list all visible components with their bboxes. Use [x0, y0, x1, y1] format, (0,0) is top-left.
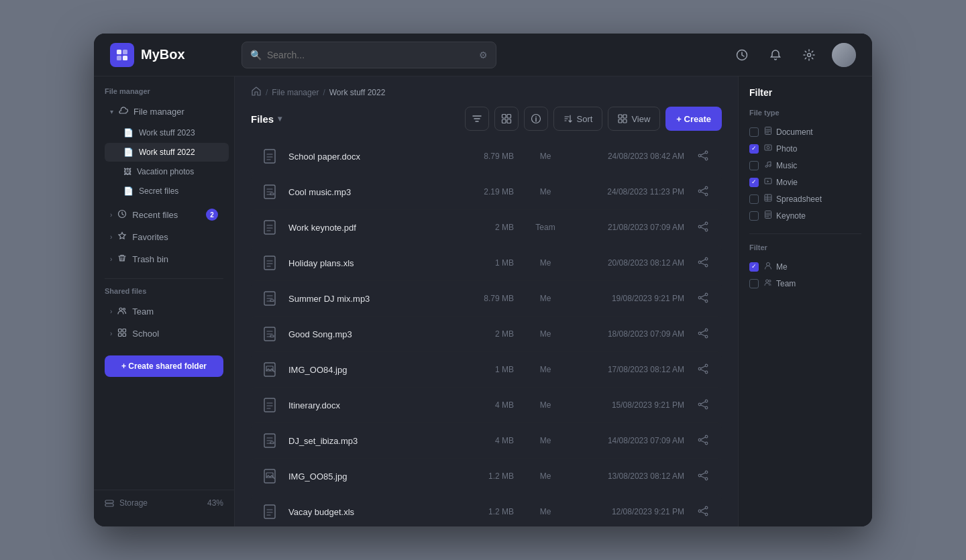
file-row[interactable]: Vacay budget.xls 1.2 MB Me 12/08/2023 9:…	[251, 494, 722, 526]
sidebar-item-recent-files[interactable]: › Recent files 2	[99, 204, 229, 225]
file-size: 8.79 MB	[460, 294, 514, 303]
sort-button[interactable]: Sort	[553, 107, 603, 131]
file-name: Holiday plans.xls	[288, 258, 452, 268]
file-row[interactable]: Holiday plans.xls 1 MB Me 20/08/2023 08:…	[251, 245, 722, 280]
file-share-btn[interactable]	[692, 435, 714, 447]
file-row[interactable]: Good Song.mp3 2 MB Me 18/08/2023 07:09 A…	[251, 316, 722, 351]
svg-rect-11	[119, 333, 122, 337]
file-row[interactable]: Itinerary.docx 4 MB Me 15/08/2023 9:21 P…	[251, 387, 722, 423]
home-icon[interactable]	[251, 86, 262, 99]
create-button[interactable]: + Create	[665, 107, 722, 131]
filter-checkbox[interactable]	[749, 211, 759, 221]
file-share-btn[interactable]	[692, 186, 714, 199]
file-row[interactable]: Summer DJ mix.mp3 8.79 MB Me 19/08/2023 …	[251, 280, 722, 316]
filter-checkbox[interactable]	[749, 194, 759, 204]
file-row[interactable]: IMG_OO85.jpg 1.2 MB Me 13/08/2023 08:12 …	[251, 458, 722, 494]
main-layout: File manager ▾ File manager 📄 Work stuff…	[94, 76, 872, 526]
file-share-btn[interactable]	[692, 328, 714, 341]
filter-icon-btn[interactable]	[465, 107, 489, 131]
filter-owner-team[interactable]: Team	[749, 275, 861, 292]
filter-type-keynote[interactable]: Keynote	[749, 207, 861, 224]
file-row[interactable]: IMG_OO84.jpg 1 MB Me 17/08/2023 08:12 AM	[251, 351, 722, 387]
sidebar-item-work-2023[interactable]: 📄 Work stuff 2023	[105, 123, 229, 142]
sidebar-item-team[interactable]: › Team	[99, 301, 229, 322]
info-icon-btn[interactable]	[524, 107, 548, 131]
owner-icon	[764, 278, 772, 288]
search-bar[interactable]: 🔍 ⚙	[241, 42, 496, 68]
cloud-icon	[119, 106, 128, 117]
file-share-btn[interactable]	[692, 150, 714, 163]
file-size: 1 MB	[460, 365, 514, 374]
filter-checkbox[interactable]	[749, 127, 759, 137]
settings-icon-btn[interactable]	[798, 44, 820, 66]
file-share-btn[interactable]	[692, 506, 714, 518]
filter-type-photo[interactable]: Photo	[749, 140, 861, 157]
filter-owner-checkbox[interactable]	[749, 262, 759, 272]
filter-type-music[interactable]: Music	[749, 157, 861, 174]
chevron-down-icon: ▾	[278, 114, 282, 123]
grid-view-btn[interactable]	[494, 107, 519, 131]
file-owner: Me	[522, 400, 569, 410]
file-share-btn[interactable]	[692, 257, 714, 270]
svg-rect-66	[264, 469, 275, 483]
view-button[interactable]: View	[608, 107, 660, 131]
filter-checkbox[interactable]	[749, 144, 759, 154]
file-row[interactable]: Work keynote.pdf 2 MB Team 21/08/2023 07…	[251, 209, 722, 245]
breadcrumb-path1[interactable]: File manager	[272, 88, 319, 97]
user-avatar[interactable]	[832, 43, 856, 67]
sidebar-item-vacation-photos[interactable]: 🖼 Vacation photos	[105, 162, 229, 181]
file-share-btn[interactable]	[692, 221, 714, 234]
sidebar-item-school[interactable]: › School	[99, 323, 229, 344]
owner-icon	[764, 262, 772, 272]
breadcrumb-sep1: /	[266, 88, 268, 97]
breadcrumb: / File manager / Work stuff 2022	[251, 86, 722, 99]
svg-rect-25	[264, 150, 275, 163]
search-input[interactable]	[267, 50, 474, 60]
filter-owner-label: Filter	[749, 243, 861, 251]
sidebar-item-file-manager[interactable]: ▾ File manager	[99, 101, 229, 122]
bell-icon-btn[interactable]	[765, 44, 786, 66]
file-icon	[259, 501, 280, 522]
filter-owner-checkbox[interactable]	[749, 279, 759, 288]
filter-type-movie[interactable]: Movie	[749, 174, 861, 190]
svg-point-8	[123, 309, 125, 311]
file-share-btn[interactable]	[692, 470, 714, 483]
file-name: School paper.docx	[288, 152, 452, 162]
file-date: 24/08/2023 08:42 AM	[577, 152, 684, 161]
create-shared-folder-button[interactable]: + Create shared folder	[105, 355, 223, 377]
file-share-btn[interactable]	[692, 363, 714, 376]
file-row[interactable]: DJ_set_ibiza.mp3 4 MB Me 14/08/2023 07:0…	[251, 423, 722, 458]
file-row[interactable]: School paper.docx 8.79 MB Me 24/08/2023 …	[251, 139, 722, 174]
filter-type-spreadsheet[interactable]: Spreadsheet	[749, 190, 861, 207]
filter-checkbox[interactable]	[749, 178, 759, 187]
filter-item-label: Document	[764, 127, 813, 137]
sidebar-file-manager-sub: 📄 Work stuff 2023 📄 Work stuff 2022 🖼 Va…	[94, 123, 234, 201]
svg-point-78	[765, 166, 767, 168]
sidebar-divider	[105, 278, 223, 279]
sidebar-item-work-2022[interactable]: 📄 Work stuff 2022	[105, 143, 229, 162]
sidebar-item-trash-bin[interactable]: › Trash bin	[99, 249, 229, 270]
recent-badge: 2	[206, 209, 218, 221]
file-share-btn[interactable]	[692, 399, 714, 412]
file-size: 1 MB	[460, 258, 514, 268]
svg-rect-62	[270, 442, 274, 444]
svg-point-85	[769, 280, 771, 282]
svg-rect-76	[765, 145, 771, 150]
sidebar-item-secret-files[interactable]: 📄 Secret files	[105, 182, 229, 201]
doc-icon: 📄	[123, 148, 133, 157]
filter-checkbox[interactable]	[749, 161, 759, 170]
file-icon	[259, 288, 280, 309]
filter-owner-me[interactable]: Me	[749, 258, 861, 275]
sidebar-item-favorites[interactable]: › Favorites	[99, 227, 229, 247]
doc-icon: 📄	[123, 128, 133, 137]
filter-type-document[interactable]: Document	[749, 123, 861, 140]
file-row[interactable]: Cool music.mp3 2.19 MB Me 24/08/2023 11:…	[251, 174, 722, 209]
storage-row: Storage 43%	[105, 498, 223, 508]
file-icon	[259, 394, 280, 416]
filter-type-list: Document Photo Music Movie Spreadsheet K…	[749, 123, 861, 224]
clock-icon-btn[interactable]	[731, 44, 753, 66]
svg-rect-18	[507, 119, 511, 123]
file-name: IMG_OO84.jpg	[288, 365, 452, 375]
file-share-btn[interactable]	[692, 292, 714, 305]
svg-rect-1	[123, 50, 127, 54]
